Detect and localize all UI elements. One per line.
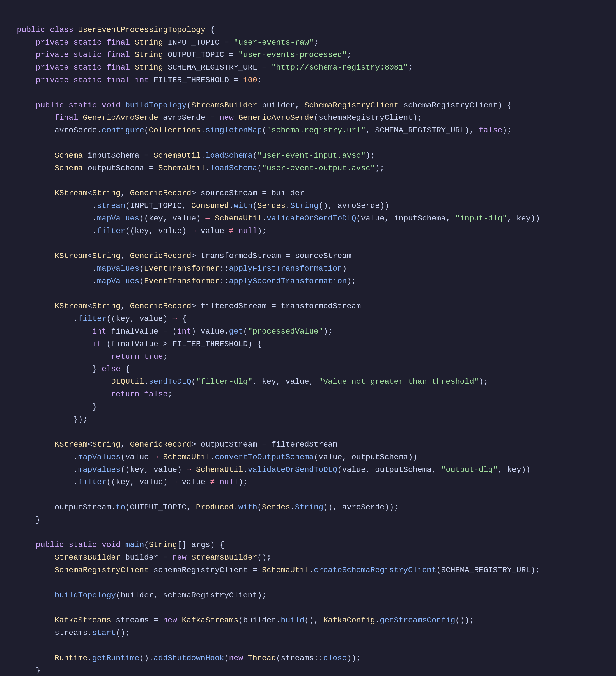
- code-line-4: private static final String SCHEMA_REGIS…: [17, 63, 413, 72]
- code-line-44: SchemaRegistryClient schemaRegistryClien…: [17, 566, 540, 574]
- code-line-9: avroSerde.configure(Collections.singleto…: [17, 126, 512, 135]
- code-line-19: KStream<String, GenericRecord> transform…: [17, 251, 351, 260]
- code-line-11: Schema inputSchema = SchemaUtil.loadSche…: [17, 151, 375, 160]
- code-line-43: StreamsBuilder builder = new StreamsBuil…: [17, 553, 271, 562]
- code-line-24: .filter((key, value) → {: [17, 315, 186, 323]
- code-editor: public class UserEventProcessingTopology…: [17, 11, 599, 676]
- code-line-5: private static final int FILTER_THRESHOL…: [17, 76, 262, 84]
- code-line-35: .mapValues(value → SchemaUtil.convertToO…: [17, 453, 417, 461]
- code-line-25: int finalValue = (int) value.get("proces…: [17, 327, 333, 336]
- code-line-28: } else {: [17, 364, 130, 373]
- code-line-7: public static void buildTopology(Streams…: [17, 101, 512, 110]
- code-line-29: DLQUtil.sendToDLQ("filter-dlq", key, val…: [17, 377, 488, 386]
- code-line-40: }: [17, 516, 40, 524]
- code-line-30: return false;: [17, 390, 172, 399]
- code-line-21: .mapValues(EventTransformer::applySecond…: [17, 277, 356, 286]
- code-line-39: outputStream.to(OUTPUT_TOPIC, Produced.w…: [17, 503, 399, 512]
- code-line-1: public class UserEventProcessingTopology…: [17, 25, 215, 34]
- code-line-17: .filter((key, value) → value ≠ null);: [17, 227, 267, 235]
- code-line-36: .mapValues((key, value) → SchemaUtil.val…: [17, 465, 531, 474]
- code-line-46: buildTopology(builder, schemaRegistryCli…: [17, 591, 267, 600]
- code-line-52: }: [17, 666, 40, 675]
- code-line-2: private static final String INPUT_TOPIC …: [17, 38, 319, 47]
- code-line-51: Runtime.getRuntime().addShutdownHook(new…: [17, 654, 361, 663]
- code-line-14: KStream<String, GenericRecord> sourceStr…: [17, 189, 304, 198]
- code-line-49: streams.start();: [17, 629, 130, 637]
- code-line-42: public static void main(String[] args) {: [17, 541, 224, 549]
- code-line-34: KStream<String, GenericRecord> outputStr…: [17, 440, 337, 449]
- code-line-3: private static final String OUTPUT_TOPIC…: [17, 51, 351, 59]
- code-line-27: return true;: [17, 352, 168, 361]
- code-line-48: KafkaStreams streams = new KafkaStreams(…: [17, 616, 474, 625]
- code-line-37: .filter((key, value) → value ≠ null);: [17, 478, 248, 487]
- code-line-31: }: [17, 402, 97, 411]
- code-line-16: .mapValues((key, value) → SchemaUtil.val…: [17, 214, 540, 223]
- code-line-12: Schema outputSchema = SchemaUtil.loadSch…: [17, 164, 385, 172]
- code-line-26: if (finalValue > FILTER_THRESHOLD) {: [17, 340, 262, 348]
- code-line-8: final GenericAvroSerde avroSerde = new G…: [17, 113, 422, 122]
- code-line-23: KStream<String, GenericRecord> filteredS…: [17, 302, 361, 311]
- code-line-20: .mapValues(EventTransformer::applyFirstT…: [17, 264, 347, 273]
- code-line-15: .stream(INPUT_TOPIC, Consumed.with(Serde…: [17, 202, 389, 210]
- code-line-32: });: [17, 415, 88, 424]
